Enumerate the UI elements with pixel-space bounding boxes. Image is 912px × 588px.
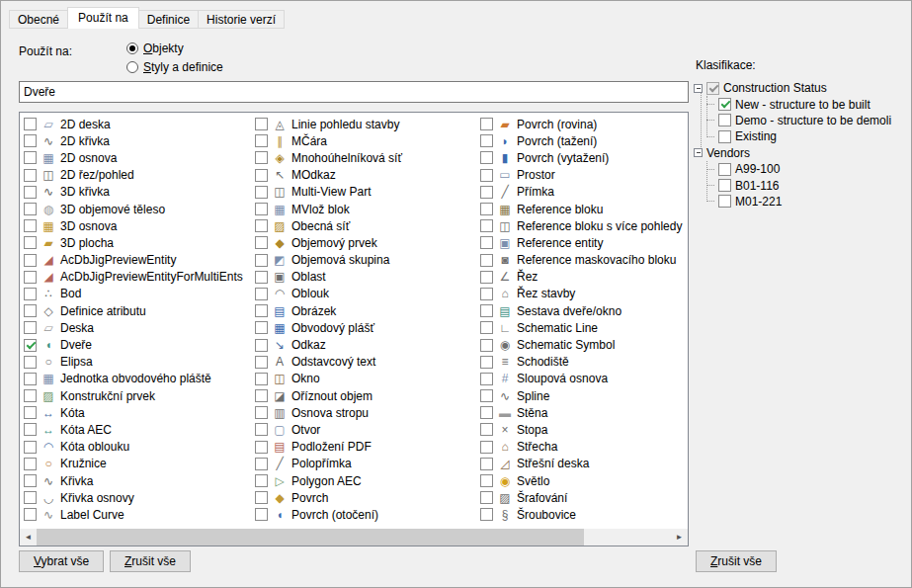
tab-obecne[interactable]: Obecné xyxy=(9,10,68,29)
item-checkbox[interactable] xyxy=(24,236,37,249)
item-checkbox[interactable] xyxy=(255,186,268,199)
item-checkbox[interactable] xyxy=(480,474,493,487)
item-checkbox[interactable] xyxy=(480,236,493,249)
tree-item-m01-221[interactable]: M01-221 xyxy=(694,194,909,210)
object-item-odkaz[interactable]: ↘Odkaz xyxy=(255,336,478,353)
item-checkbox[interactable] xyxy=(24,356,37,369)
object-item-dvere[interactable]: ◖Dveře xyxy=(24,336,247,353)
item-checkbox[interactable] xyxy=(24,118,37,130)
radio-button-icon[interactable] xyxy=(126,42,138,54)
object-item-obrazek[interactable]: ▤Obrázek xyxy=(255,302,478,319)
item-checkbox[interactable] xyxy=(255,389,268,402)
object-item-jednotka-obvodoveho-plaste[interactable]: ▦Jednotka obvodového pláště xyxy=(24,371,247,387)
object-item-2d-krivka[interactable]: ∿2D křivka xyxy=(24,132,247,149)
horizontal-scrollbar[interactable]: ◄ ► xyxy=(20,529,688,546)
item-checkbox[interactable] xyxy=(24,458,37,470)
object-item-kota-aec[interactable]: ↔Kóta AEC xyxy=(24,421,247,438)
tree-checkbox[interactable] xyxy=(718,163,731,176)
item-checkbox[interactable] xyxy=(480,441,493,454)
item-checkbox[interactable] xyxy=(480,339,493,352)
object-item-label-curve[interactable]: ∿Label Curve xyxy=(24,506,247,523)
item-checkbox[interactable] xyxy=(24,339,37,352)
object-item-povrch[interactable]: ◆Povrch xyxy=(255,489,478,506)
object-item-obvodovy-plast[interactable]: ▦Obvodový plášť xyxy=(255,319,478,336)
tab-historie-verzi[interactable]: Historie verzí xyxy=(198,10,285,29)
object-item-multi-view-part[interactable]: ◫Multi-View Part xyxy=(255,184,478,201)
radio-button-icon[interactable] xyxy=(126,61,138,73)
item-checkbox[interactable] xyxy=(24,186,37,199)
item-checkbox[interactable] xyxy=(255,406,268,419)
tree-item-vendors[interactable]: Vendors xyxy=(694,145,909,161)
item-checkbox[interactable] xyxy=(24,219,37,232)
object-item-stresni-deska[interactable]: ◿Střešní deska xyxy=(480,456,689,472)
item-checkbox[interactable] xyxy=(24,373,37,385)
object-item-srafovani[interactable]: ▨Šrafování xyxy=(480,489,689,506)
object-item-osnova-stropu[interactable]: ▥Osnova stropu xyxy=(255,404,478,421)
object-item-oblast[interactable]: ▣Oblast xyxy=(255,269,478,286)
item-checkbox[interactable] xyxy=(255,134,268,147)
item-checkbox[interactable] xyxy=(480,423,493,436)
item-checkbox[interactable] xyxy=(24,423,37,436)
object-item-sestava-dvere-okno[interactable]: ▤Sestava dveře/okno xyxy=(480,302,689,319)
item-checkbox[interactable] xyxy=(24,441,37,454)
object-item-deska[interactable]: ▱Deska xyxy=(24,319,247,336)
item-checkbox[interactable] xyxy=(24,321,37,334)
object-item-definice-atributu[interactable]: ◇Definice atributu xyxy=(24,302,247,319)
item-checkbox[interactable] xyxy=(24,304,37,317)
object-type-list[interactable]: ▱2D deska∿2D křivka▦2D osnova◫2D řez/poh… xyxy=(19,112,689,546)
object-item-polygon-aec[interactable]: ▷Polygon AEC xyxy=(255,472,478,489)
item-checkbox[interactable] xyxy=(480,458,493,470)
filter-input[interactable] xyxy=(19,81,689,103)
item-checkbox[interactable] xyxy=(24,491,37,504)
object-item-kota-oblouku[interactable]: ◠Kóta oblouku xyxy=(24,439,247,456)
object-item-mvloz-blok[interactable]: ▦MVlož blok xyxy=(255,201,478,217)
item-checkbox[interactable] xyxy=(255,373,268,385)
object-item-obecna-sit[interactable]: ▨Obecná síť xyxy=(255,217,478,234)
tree-checkbox[interactable] xyxy=(706,82,719,95)
object-item-spline[interactable]: ∿Spline xyxy=(480,387,689,404)
tree-item-b01-116[interactable]: B01-116 xyxy=(694,177,909,193)
classification-tree[interactable]: Construction StatusNew - structure to be… xyxy=(694,80,909,228)
tree-item-existing[interactable]: Existing xyxy=(694,128,909,144)
object-item-2d-deska[interactable]: ▱2D deska xyxy=(24,116,247,132)
item-checkbox[interactable] xyxy=(24,169,37,182)
item-checkbox[interactable] xyxy=(255,508,268,521)
item-checkbox[interactable] xyxy=(480,271,493,284)
object-item-2d-osnova[interactable]: ▦2D osnova xyxy=(24,149,247,166)
item-checkbox[interactable] xyxy=(255,254,268,267)
object-item-otvor[interactable]: ▢Otvor xyxy=(255,421,478,438)
object-item-kruznice[interactable]: ○Kružnice xyxy=(24,456,247,472)
item-checkbox[interactable] xyxy=(480,356,493,369)
item-checkbox[interactable] xyxy=(255,491,268,504)
object-item-linie-pohledu-stavby[interactable]: ◬Linie pohledu stavby xyxy=(255,116,478,132)
object-item-reference-maskovaciho-bloku[interactable]: ◙Reference maskovacího bloku xyxy=(480,252,689,269)
item-checkbox[interactable] xyxy=(255,474,268,487)
object-item-povrch-otoceni[interactable]: ◖Povrch (otočení) xyxy=(255,506,478,523)
object-item-reference-bloku[interactable]: ▦Reference bloku xyxy=(480,201,689,217)
object-item-poloprimka[interactable]: ╱Polopřímka xyxy=(255,456,478,472)
item-checkbox[interactable] xyxy=(480,406,493,419)
object-item-stena[interactable]: ▬Stěna xyxy=(480,404,689,421)
object-item-3d-krivka[interactable]: ∿3D křivka xyxy=(24,184,247,201)
object-item-strecha[interactable]: ⌂Střecha xyxy=(480,439,689,456)
object-item-primka[interactable]: ╱Přímka xyxy=(480,184,689,201)
item-checkbox[interactable] xyxy=(480,169,493,182)
item-checkbox[interactable] xyxy=(255,203,268,215)
object-item-sloupova-osnova[interactable]: #Sloupová osnova xyxy=(480,371,689,387)
object-item-rez-stavby[interactable]: ⌂Řez stavby xyxy=(480,286,689,302)
item-checkbox[interactable] xyxy=(24,288,37,300)
deselect-all-button[interactable]: Zrušit vše xyxy=(110,550,191,572)
object-item-povrch-rovina[interactable]: ▰Povrch (rovina) xyxy=(480,116,689,132)
item-checkbox[interactable] xyxy=(24,134,37,147)
object-item-schematic-line[interactable]: ∟Schematic Line xyxy=(480,319,689,336)
object-item-prostor[interactable]: ▭Prostor xyxy=(480,167,689,184)
object-item-mnohouhelnikova-sit[interactable]: ◈Mnohoúhelníková síť xyxy=(255,149,478,166)
item-checkbox[interactable] xyxy=(255,118,268,130)
scrollbar-thumb[interactable] xyxy=(37,529,584,546)
object-item-acdbjigpreviewentityformultients[interactable]: ◢AcDbJigPreviewEntityForMultiEnts xyxy=(24,269,247,286)
object-item-reference-bloku-s-vice-pohledy[interactable]: ◫Reference bloku s více pohledy xyxy=(480,217,689,234)
item-checkbox[interactable] xyxy=(255,321,268,334)
object-item-3d-osnova[interactable]: ▦3D osnova xyxy=(24,217,247,234)
tree-collapse-icon[interactable] xyxy=(694,84,703,93)
item-checkbox[interactable] xyxy=(480,508,493,521)
